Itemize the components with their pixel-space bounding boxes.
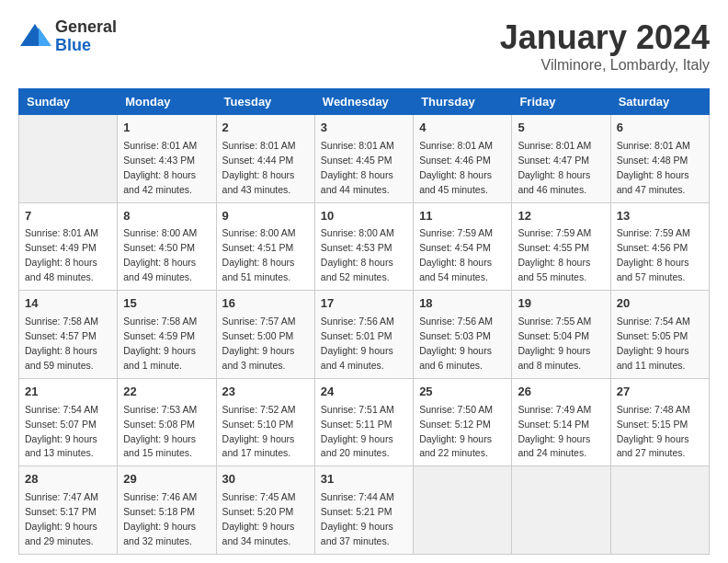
cell-sunrise: Sunrise: 7:52 AMSunset: 5:10 PMDaylight:… — [222, 404, 296, 459]
cell-sunrise: Sunrise: 7:59 AMSunset: 4:55 PMDaylight:… — [518, 227, 591, 282]
day-number: 7 — [25, 208, 111, 225]
cell-sunrise: Sunrise: 8:01 AMSunset: 4:45 PMDaylight:… — [321, 140, 394, 195]
cell-sunrise: Sunrise: 7:53 AMSunset: 5:08 PMDaylight:… — [123, 404, 197, 459]
header-saturday: Saturday — [610, 89, 709, 115]
day-number: 24 — [321, 384, 407, 401]
cell-sunrise: Sunrise: 8:01 AMSunset: 4:44 PMDaylight:… — [222, 140, 296, 195]
calendar-cell: 8 Sunrise: 8:00 AMSunset: 4:50 PMDayligh… — [118, 202, 216, 291]
calendar-cell: 15 Sunrise: 7:58 AMSunset: 4:59 PMDaylig… — [118, 291, 216, 379]
calendar-cell: 16 Sunrise: 7:57 AMSunset: 5:00 PMDaylig… — [216, 291, 314, 379]
day-number: 27 — [617, 384, 703, 401]
logo-general-text: General — [55, 18, 117, 37]
header-monday: Monday — [118, 89, 216, 115]
calendar-cell: 21 Sunrise: 7:54 AMSunset: 5:07 PMDaylig… — [19, 378, 118, 466]
day-number: 18 — [419, 295, 506, 313]
cell-sunrise: Sunrise: 7:46 AMSunset: 5:18 PMDaylight:… — [123, 491, 197, 546]
cell-sunrise: Sunrise: 8:01 AMSunset: 4:47 PMDaylight:… — [518, 140, 591, 195]
calendar-cell: 25 Sunrise: 7:50 AMSunset: 5:12 PMDaylig… — [414, 378, 512, 466]
calendar-cell: 19 Sunrise: 7:55 AMSunset: 5:04 PMDaylig… — [512, 291, 610, 379]
cell-sunrise: Sunrise: 7:54 AMSunset: 5:07 PMDaylight:… — [25, 404, 98, 459]
day-number: 3 — [321, 120, 407, 137]
cell-sunrise: Sunrise: 8:00 AMSunset: 4:51 PMDaylight:… — [222, 227, 296, 282]
cell-sunrise: Sunrise: 7:47 AMSunset: 5:17 PMDaylight:… — [25, 491, 98, 546]
cell-sunrise: Sunrise: 7:51 AMSunset: 5:11 PMDaylight:… — [321, 404, 394, 459]
day-number: 10 — [321, 208, 407, 225]
calendar-cell: 6 Sunrise: 8:01 AMSunset: 4:48 PMDayligh… — [610, 115, 709, 203]
day-number: 9 — [222, 208, 309, 225]
cell-sunrise: Sunrise: 8:00 AMSunset: 4:53 PMDaylight:… — [321, 227, 394, 282]
day-number: 16 — [222, 295, 309, 313]
day-number: 11 — [419, 208, 506, 225]
calendar-cell: 9 Sunrise: 8:00 AMSunset: 4:51 PMDayligh… — [216, 202, 314, 291]
calendar-cell: 10 Sunrise: 8:00 AMSunset: 4:53 PMDaylig… — [314, 202, 413, 291]
calendar-cell: 29 Sunrise: 7:46 AMSunset: 5:18 PMDaylig… — [118, 466, 216, 555]
calendar-cell: 1 Sunrise: 8:01 AMSunset: 4:43 PMDayligh… — [118, 115, 216, 203]
cell-sunrise: Sunrise: 7:48 AMSunset: 5:15 PMDaylight:… — [617, 404, 690, 459]
calendar-week-row: 21 Sunrise: 7:54 AMSunset: 5:07 PMDaylig… — [19, 378, 710, 466]
calendar-week-row: 28 Sunrise: 7:47 AMSunset: 5:17 PMDaylig… — [19, 466, 710, 555]
day-number: 26 — [518, 384, 604, 401]
day-number: 23 — [222, 384, 309, 401]
calendar-cell: 12 Sunrise: 7:59 AMSunset: 4:55 PMDaylig… — [512, 202, 610, 291]
calendar-cell: 31 Sunrise: 7:44 AMSunset: 5:21 PMDaylig… — [314, 466, 413, 555]
calendar-week-row: 7 Sunrise: 8:01 AMSunset: 4:49 PMDayligh… — [19, 202, 710, 291]
header-wednesday: Wednesday — [314, 89, 413, 115]
day-number: 8 — [123, 208, 210, 225]
calendar-cell: 22 Sunrise: 7:53 AMSunset: 5:08 PMDaylig… — [118, 378, 216, 466]
calendar-cell — [414, 466, 512, 555]
cell-sunrise: Sunrise: 7:54 AMSunset: 5:05 PMDaylight:… — [617, 316, 690, 371]
month-title: January 2024 — [500, 18, 710, 57]
header-tuesday: Tuesday — [216, 89, 314, 115]
cell-sunrise: Sunrise: 8:00 AMSunset: 4:50 PMDaylight:… — [123, 227, 197, 282]
calendar-week-row: 14 Sunrise: 7:58 AMSunset: 4:57 PMDaylig… — [19, 291, 710, 379]
day-number: 29 — [123, 471, 210, 488]
cell-sunrise: Sunrise: 7:59 AMSunset: 4:56 PMDaylight:… — [617, 227, 690, 282]
calendar-cell — [610, 466, 709, 555]
calendar-cell: 27 Sunrise: 7:48 AMSunset: 5:15 PMDaylig… — [610, 378, 709, 466]
cell-sunrise: Sunrise: 7:58 AMSunset: 4:57 PMDaylight:… — [25, 316, 98, 371]
logo: General Blue — [18, 18, 117, 55]
cell-sunrise: Sunrise: 8:01 AMSunset: 4:46 PMDaylight:… — [419, 140, 493, 195]
day-number: 17 — [321, 295, 407, 313]
logo-blue-text: Blue — [55, 37, 117, 55]
cell-sunrise: Sunrise: 7:58 AMSunset: 4:59 PMDaylight:… — [123, 316, 197, 371]
calendar-cell: 23 Sunrise: 7:52 AMSunset: 5:10 PMDaylig… — [216, 378, 314, 466]
calendar-cell: 18 Sunrise: 7:56 AMSunset: 5:03 PMDaylig… — [414, 291, 512, 379]
day-number: 12 — [518, 208, 604, 225]
calendar-cell: 26 Sunrise: 7:49 AMSunset: 5:14 PMDaylig… — [512, 378, 610, 466]
calendar-cell: 11 Sunrise: 7:59 AMSunset: 4:54 PMDaylig… — [414, 202, 512, 291]
cell-sunrise: Sunrise: 7:56 AMSunset: 5:03 PMDaylight:… — [419, 316, 493, 371]
calendar-week-row: 1 Sunrise: 8:01 AMSunset: 4:43 PMDayligh… — [19, 115, 710, 203]
calendar-table: SundayMondayTuesdayWednesdayThursdayFrid… — [18, 88, 710, 555]
day-number: 21 — [25, 384, 111, 401]
day-number: 30 — [222, 471, 309, 488]
cell-sunrise: Sunrise: 7:49 AMSunset: 5:14 PMDaylight:… — [518, 404, 591, 459]
cell-sunrise: Sunrise: 7:57 AMSunset: 5:00 PMDaylight:… — [222, 316, 296, 371]
cell-sunrise: Sunrise: 7:55 AMSunset: 5:04 PMDaylight:… — [518, 316, 591, 371]
calendar-cell: 30 Sunrise: 7:45 AMSunset: 5:20 PMDaylig… — [216, 466, 314, 555]
cell-sunrise: Sunrise: 7:59 AMSunset: 4:54 PMDaylight:… — [419, 227, 493, 282]
calendar-cell: 5 Sunrise: 8:01 AMSunset: 4:47 PMDayligh… — [512, 115, 610, 203]
location-title: Vilminore, Lombardy, Italy — [500, 57, 710, 74]
header-friday: Friday — [512, 89, 610, 115]
title-area: January 2024 Vilminore, Lombardy, Italy — [500, 18, 710, 74]
cell-sunrise: Sunrise: 8:01 AMSunset: 4:43 PMDaylight:… — [123, 140, 197, 195]
day-number: 31 — [321, 471, 407, 488]
cell-sunrise: Sunrise: 8:01 AMSunset: 4:49 PMDaylight:… — [25, 227, 98, 282]
calendar-header-row: SundayMondayTuesdayWednesdayThursdayFrid… — [19, 89, 710, 115]
day-number: 22 — [123, 384, 210, 401]
calendar-cell: 2 Sunrise: 8:01 AMSunset: 4:44 PMDayligh… — [216, 115, 314, 203]
page-header: General Blue January 2024 Vilminore, Lom… — [18, 18, 710, 74]
calendar-cell: 3 Sunrise: 8:01 AMSunset: 4:45 PMDayligh… — [314, 115, 413, 203]
calendar-cell: 14 Sunrise: 7:58 AMSunset: 4:57 PMDaylig… — [19, 291, 118, 379]
day-number: 20 — [617, 295, 703, 313]
day-number: 2 — [222, 120, 309, 137]
calendar-cell: 28 Sunrise: 7:47 AMSunset: 5:17 PMDaylig… — [19, 466, 118, 555]
calendar-cell: 7 Sunrise: 8:01 AMSunset: 4:49 PMDayligh… — [19, 202, 118, 291]
cell-sunrise: Sunrise: 7:45 AMSunset: 5:20 PMDaylight:… — [222, 491, 296, 546]
cell-sunrise: Sunrise: 8:01 AMSunset: 4:48 PMDaylight:… — [617, 140, 690, 195]
cell-sunrise: Sunrise: 7:50 AMSunset: 5:12 PMDaylight:… — [419, 404, 493, 459]
header-thursday: Thursday — [414, 89, 512, 115]
day-number: 25 — [419, 384, 506, 401]
cell-sunrise: Sunrise: 7:56 AMSunset: 5:01 PMDaylight:… — [321, 316, 394, 371]
